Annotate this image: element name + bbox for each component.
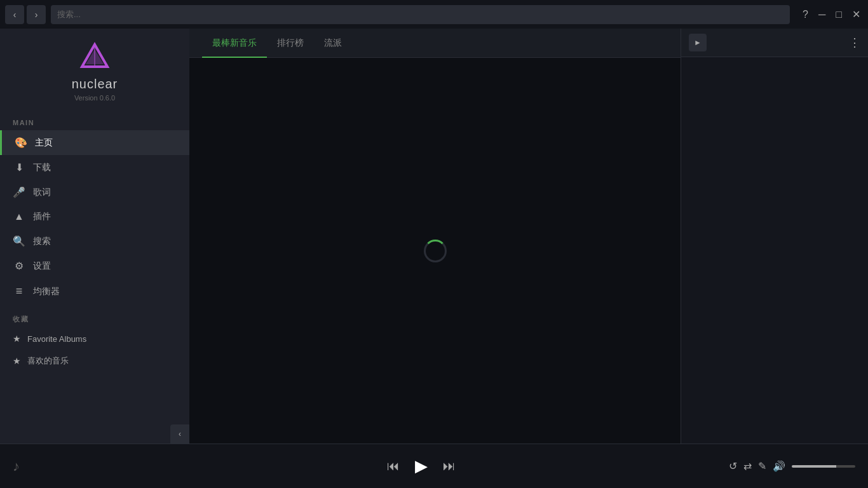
sidebar-item-label: 插件 bbox=[33, 211, 51, 222]
fav-item-favorite-albums[interactable]: ★ Favorite Albums bbox=[0, 328, 189, 349]
sidebar-item-label: 下载 bbox=[33, 162, 51, 173]
star-icon: ★ bbox=[13, 356, 21, 366]
fav-item-label: Favorite Albums bbox=[27, 334, 86, 344]
favorites-section-label: 收藏 bbox=[0, 304, 189, 328]
sidebar-item-downloads[interactable]: ⬇ 下载 bbox=[0, 155, 189, 180]
repeat-icon: ↺ bbox=[729, 460, 737, 472]
home-icon: 🎨 bbox=[15, 137, 27, 149]
plugins-icon: ▲ bbox=[13, 211, 25, 222]
minimize-icon: ─ bbox=[818, 9, 825, 20]
sidebar-item-label: 主页 bbox=[35, 137, 53, 149]
repeat-button[interactable]: ↺ bbox=[729, 460, 737, 472]
maximize-button[interactable]: □ bbox=[833, 6, 844, 23]
forward-button[interactable]: › bbox=[27, 5, 46, 24]
star-icon: ★ bbox=[13, 334, 21, 344]
player-right: ↺ ⇄ ✎ 🔊 bbox=[703, 460, 855, 472]
volume-slider[interactable] bbox=[792, 465, 855, 468]
titlebar-right-controls: ? ─ □ ✕ bbox=[800, 6, 863, 23]
titlebar: ‹ › ? ─ □ ✕ bbox=[0, 0, 868, 29]
dots-menu-icon: ⋮ bbox=[849, 36, 860, 50]
sidebar-item-equalizer[interactable]: ≡ 均衡器 bbox=[0, 278, 189, 304]
fav-item-favorite-music[interactable]: ★ 喜欢的音乐 bbox=[0, 349, 189, 372]
player-bar: ♪ ⏮ ▶ ⏭ ↺ ⇄ ✎ 🔊 bbox=[0, 444, 868, 488]
help-icon: ? bbox=[803, 9, 808, 20]
sidebar-item-search[interactable]: 🔍 搜索 bbox=[0, 229, 189, 254]
settings-icon: ⚙ bbox=[13, 260, 25, 272]
tab-genres[interactable]: 流派 bbox=[314, 29, 352, 58]
volume-icon: 🔊 bbox=[773, 460, 785, 472]
version-text: Version 0.6.0 bbox=[74, 94, 115, 102]
tabs-bar: 最棒新音乐 排行榜 流派 bbox=[189, 29, 681, 58]
right-panel-body bbox=[681, 57, 868, 444]
tab-charts[interactable]: 排行榜 bbox=[267, 29, 314, 58]
logo-area: nuclear Version 0.6.0 bbox=[0, 29, 189, 111]
sidebar-item-home[interactable]: 🎨 主页 bbox=[0, 130, 189, 155]
search-input[interactable] bbox=[51, 5, 790, 24]
content-area: 最棒新音乐 排行榜 流派 bbox=[189, 29, 681, 444]
content-main bbox=[189, 58, 681, 444]
chevron-right-icon: ► bbox=[694, 38, 702, 47]
minimize-button[interactable]: ─ bbox=[816, 6, 828, 23]
sidebar-collapse-button[interactable]: ‹ bbox=[170, 424, 189, 444]
tab-new-music[interactable]: 最棒新音乐 bbox=[202, 29, 267, 58]
volume-button[interactable]: 🔊 bbox=[773, 460, 785, 472]
player-left: ♪ bbox=[13, 458, 140, 475]
sidebar-item-label: 搜索 bbox=[33, 236, 51, 247]
play-icon: ▶ bbox=[415, 456, 428, 476]
sidebar: nuclear Version 0.6.0 MAIN 🎨 主页 ⬇ 下载 🎤 歌… bbox=[0, 29, 189, 444]
close-button[interactable]: ✕ bbox=[850, 6, 863, 23]
loading-spinner bbox=[424, 240, 447, 262]
back-button[interactable]: ‹ bbox=[5, 5, 24, 24]
music-note-icon: ♪ bbox=[13, 458, 20, 475]
equalizer-icon: ≡ bbox=[13, 285, 25, 298]
right-panel-toggle-button[interactable]: ► bbox=[689, 34, 707, 51]
next-icon: ⏭ bbox=[443, 459, 456, 473]
next-button[interactable]: ⏭ bbox=[443, 459, 456, 473]
close-icon: ✕ bbox=[852, 8, 860, 20]
right-panel: ► ⋮ bbox=[681, 29, 868, 444]
shuffle-icon: ⇄ bbox=[743, 460, 752, 472]
play-button[interactable]: ▶ bbox=[415, 456, 428, 476]
prev-icon: ⏮ bbox=[387, 459, 400, 473]
sidebar-item-settings[interactable]: ⚙ 设置 bbox=[0, 254, 189, 278]
fav-item-label: 喜欢的音乐 bbox=[27, 355, 69, 367]
player-center: ⏮ ▶ ⏭ bbox=[140, 456, 703, 476]
right-panel-header: ► ⋮ bbox=[681, 29, 868, 57]
help-button[interactable]: ? bbox=[800, 6, 811, 23]
right-panel-menu-button[interactable]: ⋮ bbox=[849, 36, 860, 50]
sidebar-item-lyrics[interactable]: 🎤 歌词 bbox=[0, 180, 189, 205]
search-icon: 🔍 bbox=[13, 235, 25, 247]
chevron-left-icon: ‹ bbox=[179, 430, 181, 438]
sidebar-item-label: 设置 bbox=[33, 261, 51, 272]
sidebar-item-plugins[interactable]: ▲ 插件 bbox=[0, 205, 189, 229]
prev-button[interactable]: ⏮ bbox=[387, 459, 400, 473]
edit-icon: ✎ bbox=[758, 460, 766, 472]
app-name: nuclear bbox=[72, 77, 118, 92]
sidebar-item-label: 均衡器 bbox=[33, 286, 60, 297]
edit-button[interactable]: ✎ bbox=[758, 460, 766, 472]
main-layout: nuclear Version 0.6.0 MAIN 🎨 主页 ⬇ 下载 🎤 歌… bbox=[0, 29, 868, 444]
logo-icon bbox=[79, 41, 111, 73]
download-icon: ⬇ bbox=[13, 161, 25, 173]
maximize-icon: □ bbox=[836, 9, 842, 20]
sidebar-item-label: 歌词 bbox=[33, 187, 51, 198]
lyrics-icon: 🎤 bbox=[13, 186, 25, 198]
shuffle-button[interactable]: ⇄ bbox=[743, 460, 752, 472]
main-section-label: MAIN bbox=[0, 111, 189, 130]
